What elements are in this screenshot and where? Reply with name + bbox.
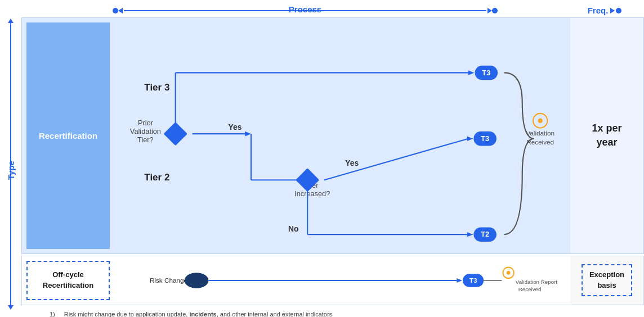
- offcycle-box: Off-cycle Recertification: [26, 261, 110, 300]
- freq-axis-label: Freq.: [588, 6, 609, 15]
- svg-marker-36: [457, 278, 462, 283]
- recert-box: Recertification: [26, 22, 110, 249]
- tier2-text: Tier 2: [144, 172, 169, 183]
- svg-text:Received: Received: [526, 138, 554, 146]
- svg-text:T3: T3: [469, 277, 477, 284]
- svg-marker-6: [468, 70, 475, 75]
- flowchart-area: Tier 3 Tier 2 Prior Validation Tier?: [114, 18, 570, 253]
- footnote: 1) Risk might change due to application …: [21, 305, 644, 317]
- exception-label: Exception basis: [589, 270, 624, 289]
- svg-point-34: [185, 273, 209, 288]
- process-arrow-left: [118, 8, 123, 13]
- svg-text:Risk Change¹: Risk Change¹: [150, 277, 190, 284]
- main-container: Process Freq. Type Recertification: [0, 0, 644, 317]
- freq-section: 1x per year: [570, 18, 643, 253]
- freq-axis-dot: [616, 8, 621, 13]
- process-axis-left-dot: [113, 8, 118, 13]
- type-axis-col: Type: [0, 17, 21, 317]
- process-label: Process: [289, 4, 321, 14]
- flowchart-svg: Tier 3 Tier 2 Prior Validation Tier?: [114, 18, 570, 253]
- process-arrow-right: [488, 8, 492, 13]
- svg-text:T3: T3: [481, 134, 489, 143]
- svg-text:T3: T3: [482, 69, 490, 77]
- svg-text:Validation: Validation: [526, 129, 554, 137]
- svg-text:Yes: Yes: [345, 158, 359, 167]
- offcycle-label: Off-cycle Recertification: [43, 270, 93, 290]
- offcycle-section: Off-cycle Recertification Risk Change¹: [21, 256, 644, 305]
- svg-text:Validation: Validation: [130, 127, 161, 135]
- process-axis-right-dot: [492, 8, 498, 13]
- svg-marker-25: [467, 232, 473, 237]
- footnote-number: 1): [50, 311, 55, 317]
- svg-text:Increased?: Increased?: [294, 189, 330, 198]
- freq-value: 1x per year: [592, 121, 621, 150]
- svg-text:Prior: Prior: [138, 119, 154, 127]
- recert-section: Recertification Tier 3 Tier 2 Prior Vali…: [21, 17, 644, 254]
- offcycle-svg: Risk Change¹ T3: [114, 256, 570, 305]
- svg-marker-19: [467, 136, 473, 141]
- svg-text:T2: T2: [481, 230, 489, 238]
- recert-label: Recertification: [39, 130, 97, 142]
- diagram-col: Recertification Tier 3 Tier 2 Prior Vali…: [21, 17, 644, 317]
- svg-text:No: No: [288, 224, 298, 233]
- svg-text:Received: Received: [518, 286, 542, 292]
- svg-marker-11: [245, 132, 251, 137]
- exception-box: Exception basis: [582, 264, 632, 296]
- svg-text:Tier?: Tier?: [137, 135, 154, 144]
- svg-text:Yes: Yes: [229, 123, 242, 132]
- exception-section: Exception basis: [570, 256, 643, 305]
- tier3-text: Tier 3: [144, 82, 169, 93]
- type-arrow-up: [8, 19, 14, 23]
- type-label: Type: [6, 161, 16, 180]
- svg-point-32: [538, 118, 543, 123]
- footnote-text: Risk might change due to application upd…: [64, 311, 332, 317]
- svg-rect-3: [164, 122, 187, 146]
- process-axis-line: Process: [124, 10, 486, 11]
- freq-arrow: [610, 8, 615, 13]
- type-arrow-down: [8, 305, 14, 310]
- offcycle-flow: Risk Change¹ T3: [114, 256, 570, 305]
- svg-text:Validation Report: Validation Report: [516, 279, 557, 285]
- svg-point-41: [507, 271, 511, 275]
